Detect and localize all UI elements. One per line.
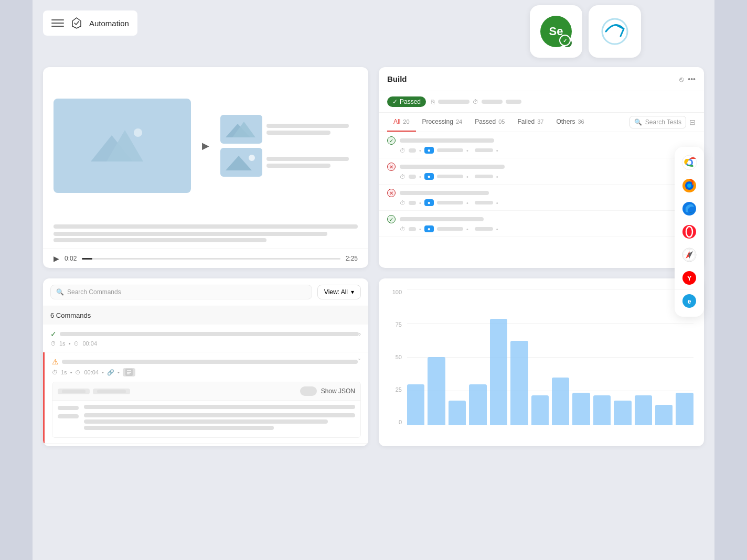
chrome-browser-icon[interactable]	[680, 153, 699, 172]
tab-passed[interactable]: Passed 05	[468, 113, 511, 132]
more-options-icon[interactable]: •••	[688, 75, 696, 83]
search-placeholder: Search Commands	[67, 288, 121, 296]
selenium-icon: Se ✓	[540, 16, 572, 47]
bar-col-5	[490, 289, 507, 425]
dot-separator: •	[496, 226, 498, 232]
selenium-card: Se ✓	[530, 5, 582, 58]
test-row: ✓ ⏱ • ● • •	[379, 211, 704, 237]
clock-meta-icon: ⏱	[400, 174, 405, 180]
content-row-2	[58, 413, 355, 430]
chart-bars	[407, 289, 693, 436]
tab-all[interactable]: All 20	[387, 113, 416, 132]
browser-version-badge: ●	[424, 173, 434, 180]
bar-col-13	[655, 289, 673, 425]
cmd-name-placeholder	[60, 332, 359, 336]
dot-separator: •	[466, 147, 468, 154]
tab-all-label: All	[393, 118, 400, 125]
cmd-content-area	[52, 401, 360, 437]
bar	[593, 395, 611, 425]
passed-check-icon: ✓	[392, 98, 398, 105]
filter-icon[interactable]: ⊟	[689, 118, 696, 126]
content-placeholder	[84, 413, 355, 417]
content-label	[58, 406, 79, 410]
edge-browser-icon[interactable]	[680, 199, 699, 218]
status-dot-pass: ✓	[387, 136, 396, 145]
bar	[428, 357, 445, 425]
detail-tab-1[interactable]	[58, 389, 90, 394]
clock-meta-icon: ⏱	[400, 226, 405, 232]
bar	[614, 401, 631, 425]
tests-search-box[interactable]: 🔍 Search Tests	[629, 116, 686, 128]
play-control-icon[interactable]: ▶	[54, 254, 59, 263]
dot-separator: •	[466, 200, 468, 206]
meta-placeholder	[437, 175, 463, 178]
bar-col-11	[614, 289, 631, 425]
text-placeholder	[266, 164, 330, 168]
search-placeholder: Search Tests	[645, 119, 681, 126]
dot-separator: •	[496, 174, 498, 180]
dot-separator: •	[419, 147, 421, 154]
tab-others[interactable]: Others 36	[550, 113, 590, 132]
cmd-time2: 00:04	[84, 369, 99, 375]
detail-tabs	[58, 389, 130, 394]
bar-col-1	[407, 289, 424, 425]
cmd-time2: 00:04	[82, 340, 97, 347]
meta-placeholder	[437, 227, 463, 231]
build-tabs-row: All 20 Processing 24 Passed 05 Failed 37…	[379, 113, 704, 132]
bar	[510, 341, 528, 425]
expand-icon[interactable]: ›	[359, 330, 361, 338]
y-label-25: 25	[389, 386, 402, 393]
duration-icon: ⏲	[73, 340, 79, 347]
yandex-browser-icon[interactable]: Y	[680, 268, 699, 287]
build-status-row: ✓ Passed ⎘ ⏱	[379, 91, 704, 113]
meta-placeholder	[506, 100, 521, 104]
tab-failed[interactable]: Failed 37	[511, 113, 550, 132]
cmd-time1: 1s	[61, 369, 67, 375]
cmd-meta-row: ⏱ 1s • ⏲ 00:04	[50, 340, 361, 347]
detail-tab-2[interactable]	[93, 389, 130, 394]
bar-col-8	[552, 289, 569, 425]
test-name-placeholder	[400, 138, 494, 143]
test-row-top: ✓	[387, 136, 696, 145]
tab-failed-label: Failed	[518, 118, 535, 125]
dot-sep: •	[118, 369, 120, 375]
opera-browser-icon[interactable]	[680, 222, 699, 241]
thumb-image-2	[220, 148, 262, 177]
video-main-thumbnail	[54, 99, 191, 193]
link-icon: 🔗	[107, 369, 114, 376]
menu-button[interactable]	[51, 17, 64, 29]
search-icon: 🔍	[634, 119, 642, 126]
meta-placeholder	[482, 100, 503, 104]
show-json-toggle[interactable]	[300, 386, 317, 396]
progress-bar[interactable]	[82, 258, 340, 260]
play-button[interactable]: ▶	[197, 137, 214, 154]
tab-all-count: 20	[403, 119, 409, 125]
bar-col-7	[531, 289, 549, 425]
svg-point-23	[134, 128, 142, 137]
thumb-lines-1	[266, 124, 358, 135]
safari-browser-icon[interactable]	[680, 245, 699, 264]
command-item-2: ⚠ ˅ ⏱ 1s • ⏲ 00:04 • 🔗 •	[43, 352, 368, 444]
cmd-status-line: ✓	[50, 330, 359, 338]
collapse-icon[interactable]: ˅	[358, 358, 361, 365]
status-dot-fail: ✕	[387, 189, 396, 197]
share-icon[interactable]: ⎋	[679, 75, 684, 83]
commands-search-input[interactable]: 🔍 Search Commands	[50, 285, 312, 299]
cmd-check-icon: ✓	[50, 330, 57, 338]
app-title: Automation	[89, 19, 129, 28]
content-lines	[84, 405, 355, 409]
meta-placeholder	[437, 148, 463, 152]
cmd-detail-box: Show JSON	[52, 382, 361, 438]
meta-placeholder	[437, 201, 463, 204]
bar-col-9	[572, 289, 590, 425]
tab-processing-label: Processing	[422, 118, 453, 125]
test-row-meta: ⏱ • ● • •	[400, 173, 696, 180]
content-placeholder	[84, 426, 274, 430]
tab-processing[interactable]: Processing 24	[416, 113, 469, 132]
clock-icon: ⏱	[52, 369, 58, 375]
commands-search-row: 🔍 Search Commands View: All ▾	[43, 278, 368, 306]
thumb-image-1	[220, 115, 262, 144]
firefox-browser-icon[interactable]	[680, 176, 699, 195]
build-title: Build	[387, 74, 407, 83]
view-select-button[interactable]: View: All ▾	[317, 285, 361, 299]
